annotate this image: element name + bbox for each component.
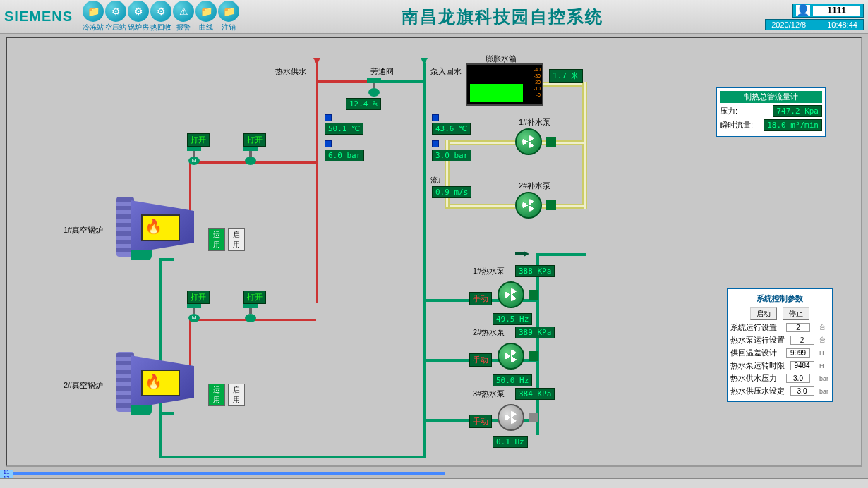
- nav-air-compressor[interactable]: ⚙空压站: [105, 1, 126, 32]
- hotpump-1-label: 1#热水泵: [473, 266, 505, 276]
- network-icon: ⚙: [128, 1, 149, 22]
- param-row: 系统运行设置台: [730, 322, 829, 333]
- sensor-icon: [325, 114, 332, 121]
- flow-label: 流↓: [430, 176, 441, 185]
- hotpump-3-kpa: 384 KPa: [515, 388, 555, 400]
- valve-2b[interactable]: 打开: [243, 291, 266, 322]
- flowmeter-title: 制热总管流量计: [720, 91, 822, 103]
- sensor-icon: [325, 140, 332, 147]
- network-icon: ⚙: [150, 1, 171, 22]
- control-title: 系统控制参数: [730, 292, 829, 305]
- hot-supply-label: 热水供水: [275, 66, 306, 77]
- press-value: 747.2 Kpa: [773, 105, 822, 117]
- param-row: 热水供水压力bar: [730, 373, 829, 384]
- pipe-yellow: [582, 82, 587, 209]
- valve-status: 打开: [243, 291, 266, 304]
- valve-1b[interactable]: 打开: [243, 133, 266, 165]
- nav-cooling[interactable]: 📁冷冻站: [83, 1, 104, 32]
- status-running[interactable]: 运用: [208, 384, 225, 406]
- param-row: 供回温差设计H: [730, 348, 829, 358]
- tank-level: 1.7 米: [549, 69, 583, 83]
- hot-pump-1[interactable]: [498, 281, 531, 311]
- nav-curve[interactable]: 📁曲线: [195, 1, 217, 32]
- nav-logout[interactable]: 📁注销: [218, 1, 239, 32]
- valve-status: 打开: [187, 133, 210, 147]
- return-label: 泵入回水: [430, 66, 462, 77]
- flame-icon: 🔥: [145, 373, 162, 390]
- pipe-green: [423, 63, 426, 458]
- hotpump-2-label: 2#热水泵: [473, 327, 505, 338]
- start-button[interactable]: 启动: [750, 307, 777, 320]
- pipe-green: [536, 253, 586, 256]
- pipe-yellow: [445, 204, 515, 209]
- status-start[interactable]: 启用: [228, 384, 245, 406]
- param-input[interactable]: [790, 361, 814, 370]
- param-input[interactable]: [786, 348, 810, 358]
- param-row: 热水供压水设定bar: [730, 386, 829, 396]
- hotpump-3-mode[interactable]: 手动: [469, 415, 492, 428]
- tank-scale: -40-30-20-10-0: [524, 66, 541, 103]
- hotpump-2-mode[interactable]: 手动: [469, 353, 492, 367]
- siemens-logo: SIEMENS: [4, 8, 73, 25]
- valve-status: 打开: [243, 133, 266, 147]
- param-input[interactable]: [786, 374, 810, 383]
- footer-status: [0, 478, 868, 488]
- boiler-2[interactable]: 2#真空锅炉 🔥 运用 启用: [116, 352, 201, 415]
- user-icon: 👤: [796, 5, 810, 16]
- nav-alarm[interactable]: ⚠报警: [173, 1, 194, 32]
- alarm-icon: ⚠: [173, 1, 194, 22]
- nav-heat-recovery[interactable]: ⚙热回收: [150, 1, 171, 32]
- flow-arrow-icon: [515, 251, 529, 257]
- status-start[interactable]: 启用: [228, 228, 245, 251]
- arrow-icon: [313, 58, 320, 65]
- flow-value: 18.0 m³/min: [764, 119, 822, 131]
- hotpump-3-label: 3#热水泵: [473, 389, 505, 399]
- user-info: 👤 1111 2020/12/810:48:44: [765, 4, 864, 30]
- scada-canvas: 1#真空锅炉 🔥 运用 启用 2#真空锅炉 🔥 运用 启用 打开 M 打开 打开…: [6, 37, 862, 467]
- return-flow: 0.9 m/s: [432, 186, 471, 198]
- sensor-icon: [432, 140, 439, 147]
- param-input[interactable]: [790, 336, 814, 345]
- valve-1a[interactable]: 打开 M: [187, 133, 210, 165]
- pipe-yellow: [540, 82, 586, 87]
- pipe-green: [159, 456, 423, 458]
- makeup-pump-1[interactable]: [515, 128, 549, 158]
- valve-status: 打开: [187, 291, 210, 304]
- pipe-green: [380, 80, 423, 83]
- hotpump-1-kpa: 388 KPa: [515, 265, 555, 277]
- folder-icon: 📁: [195, 1, 217, 22]
- boiler-base-icon: [131, 250, 152, 260]
- boiler-2-label: 2#真空锅炉: [64, 380, 103, 391]
- makeup-pump-1-label: 1#补水泵: [519, 117, 550, 128]
- makeup-pump-2[interactable]: [515, 192, 549, 221]
- param-input[interactable]: [786, 323, 810, 332]
- pipe-red: [316, 63, 318, 303]
- hotpump-2-kpa: 389 KPa: [515, 327, 555, 338]
- tank-fill-icon: [470, 84, 523, 102]
- pipe-green: [536, 253, 539, 435]
- bypass-label: 旁通阀: [370, 66, 394, 77]
- hotpump-1-hz: 49.5 Hz: [493, 313, 532, 325]
- sensor-icon: [432, 114, 439, 121]
- status-running[interactable]: 运用: [208, 228, 225, 251]
- boiler-2-status: 运用 启用: [208, 384, 245, 406]
- hot-pump-2[interactable]: [498, 343, 531, 372]
- nav-boiler-room[interactable]: ⚙锅炉房: [128, 1, 149, 32]
- arrow-icon: [421, 58, 428, 65]
- valve-2a[interactable]: 打开 M: [187, 291, 210, 322]
- stop-button[interactable]: 停止: [783, 307, 809, 320]
- nav-buttons: 📁冷冻站 ⚙空压站 ⚙锅炉房 ⚙热回收 ⚠报警 📁曲线 📁注销: [83, 1, 239, 32]
- hot-pump-3[interactable]: [498, 404, 531, 434]
- expansion-tank-label: 膨胀水箱: [486, 54, 517, 64]
- pipe-yellow: [445, 140, 515, 145]
- expansion-tank-display[interactable]: -40-30-20-10-0: [466, 63, 543, 106]
- param-input[interactable]: [790, 386, 814, 396]
- folder-icon: 📁: [83, 1, 104, 22]
- boiler-1[interactable]: 1#真空锅炉 🔥 运用 启用: [116, 197, 201, 260]
- hotpump-1-mode[interactable]: 手动: [469, 292, 492, 305]
- page-title: 南昌龙旗科技园自控系统: [239, 6, 765, 28]
- header-bar: SIEMENS 📁冷冻站 ⚙空压站 ⚙锅炉房 ⚙热回收 ⚠报警 📁曲线 📁注销 …: [0, 0, 868, 34]
- footer-progress: [0, 472, 445, 475]
- bypass-valve[interactable]: [367, 78, 381, 97]
- flame-icon: 🔥: [145, 218, 162, 235]
